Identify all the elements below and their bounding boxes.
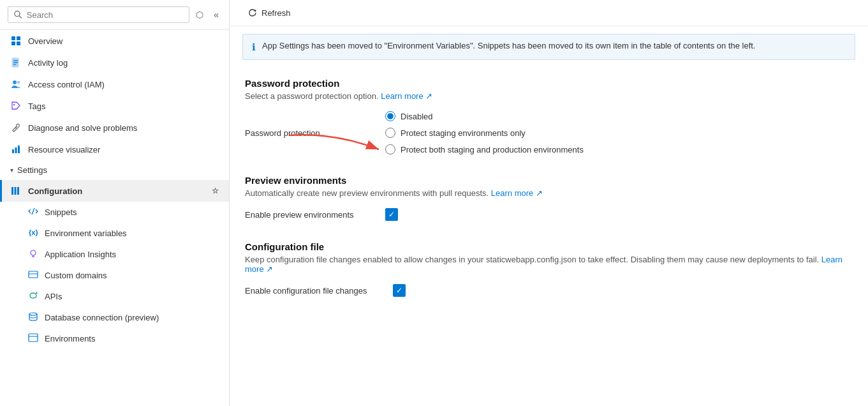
preview-env-field-label: Enable preview environments	[245, 210, 360, 220]
preview-env-checkbox[interactable]: ✓	[385, 208, 398, 221]
svg-text:{x}: {x}	[29, 229, 38, 236]
collapse-btn[interactable]: «	[211, 8, 221, 21]
db-icon	[28, 312, 38, 324]
grid-icon	[10, 35, 22, 47]
radio-staging[interactable]: Protect staging environments only	[385, 128, 584, 138]
config-file-title: Configuration file	[245, 241, 853, 252]
sidebar-item-custom-domains[interactable]: Custom domains	[0, 265, 229, 286]
sidebar-item-configuration[interactable]: ➤ Configuration ☆	[0, 180, 229, 202]
preview-env-checkbox-wrapper: ✓	[385, 208, 398, 221]
people-icon	[10, 79, 22, 90]
svg-rect-19	[17, 187, 19, 195]
env2-icon	[28, 333, 38, 345]
svg-point-0	[15, 11, 20, 16]
sidebar-item-resource-visualizer[interactable]: Resource visualizer	[0, 139, 229, 160]
search-input[interactable]	[27, 10, 184, 20]
svg-marker-31	[254, 10, 256, 12]
radio-both-input[interactable]	[385, 144, 395, 154]
sidebar-item-overview[interactable]: Overview	[0, 30, 229, 52]
password-protection-section: Password protection Select a password pr…	[245, 78, 853, 154]
radio-both-label: Protect both staging and production envi…	[401, 145, 584, 154]
svg-marker-27	[36, 292, 38, 294]
svg-point-10	[13, 80, 17, 84]
password-protection-desc-text: Select a password protection option.	[245, 91, 379, 101]
sidebar-item-snippets-label: Snippets	[45, 207, 77, 217]
config-file-section: Configuration file Keep configuration fi…	[245, 241, 853, 297]
favorite-star-icon[interactable]: ☆	[212, 186, 219, 195]
svg-rect-15	[15, 147, 17, 153]
sidebar-item-tags-label: Tags	[28, 102, 219, 111]
sidebar-item-diagnose-label: Diagnose and solve problems	[28, 123, 219, 133]
sidebar-item-database[interactable]: Database connection (preview)	[0, 307, 229, 328]
code-icon	[28, 206, 38, 218]
svg-rect-17	[11, 187, 13, 195]
preview-env-learn-more[interactable]: Learn more ↗	[491, 188, 543, 198]
config-file-checkbox[interactable]: ✓	[393, 284, 406, 297]
sidebar-item-activity-log[interactable]: Activity log	[0, 52, 229, 73]
bulb-icon	[28, 248, 38, 260]
svg-point-11	[17, 81, 20, 84]
radio-staging-label: Protect staging environments only	[401, 128, 526, 138]
config-file-desc: Keep configuration file changes enabled …	[245, 255, 853, 274]
portal-icon-btn[interactable]: ⬡	[193, 8, 206, 21]
sidebar-item-domains-label: Custom domains	[45, 271, 107, 280]
preview-env-desc: Automatically create new preview environ…	[245, 188, 853, 198]
domains-icon	[28, 269, 38, 282]
sidebar-item-snippets[interactable]: Snippets	[0, 202, 229, 223]
svg-rect-14	[12, 149, 14, 153]
config-file-field-label: Enable configuration file changes	[245, 286, 367, 296]
radio-disabled-label: Disabled	[401, 112, 433, 121]
sidebar-item-env-variables[interactable]: {x} Environment variables	[0, 223, 229, 244]
radio-both[interactable]: Protect both staging and production envi…	[385, 144, 584, 154]
sidebar-section-settings[interactable]: ▾ Settings	[0, 160, 229, 180]
svg-rect-25	[29, 271, 38, 278]
sidebar-item-database-label: Database connection (preview)	[45, 313, 159, 322]
toolbar: Refresh	[230, 0, 868, 26]
info-banner: ℹ App Settings has been moved to "Enviro…	[242, 34, 855, 60]
svg-point-22	[31, 250, 36, 255]
tag-icon	[10, 100, 22, 112]
search-box[interactable]	[8, 6, 189, 23]
svg-rect-29	[29, 334, 38, 342]
svg-rect-4	[11, 41, 15, 45]
sidebar-item-app-insights-label: Application Insights	[45, 250, 116, 259]
sidebar-item-environments[interactable]: Environments	[0, 328, 229, 349]
svg-rect-2	[11, 36, 15, 40]
radio-staging-input[interactable]	[385, 128, 395, 138]
sidebar-item-apis-label: APIs	[45, 292, 62, 301]
main-content: Refresh ℹ App Settings has been moved to…	[230, 0, 868, 406]
svg-rect-16	[18, 146, 20, 153]
sidebar-search-bar: ⬡ «	[0, 0, 229, 30]
sidebar: ⬡ « Overview	[0, 0, 230, 406]
refresh-button[interactable]: Refresh	[242, 5, 296, 20]
columns-icon	[10, 185, 22, 197]
preview-env-title: Preview environments	[245, 175, 853, 186]
password-protection-radio-group: Disabled Protect staging environments on…	[385, 111, 584, 154]
password-protection-title: Password protection	[245, 78, 853, 89]
content-area: Password protection Select a password pr…	[230, 68, 868, 327]
env-icon: {x}	[28, 227, 38, 239]
sidebar-item-overview-label: Overview	[28, 36, 219, 46]
info-icon: ℹ	[252, 41, 256, 53]
sidebar-item-configuration-label: Configuration	[28, 186, 205, 196]
sidebar-item-access-control[interactable]: Access control (IAM)	[0, 73, 229, 95]
sidebar-item-app-insights[interactable]: Application Insights	[0, 244, 229, 265]
sidebar-controls: ⬡ «	[193, 8, 221, 21]
settings-section-label: Settings	[17, 165, 47, 175]
radio-disabled[interactable]: Disabled	[385, 111, 584, 121]
password-protection-desc: Select a password protection option. Lea…	[245, 91, 853, 101]
password-protection-learn-more[interactable]: Learn more ↗	[381, 91, 432, 101]
config-file-checkbox-wrapper: ✓	[393, 284, 406, 297]
radio-disabled-input[interactable]	[385, 111, 395, 121]
sidebar-item-iam-label: Access control (IAM)	[28, 80, 219, 89]
svg-rect-5	[17, 41, 20, 45]
svg-rect-18	[15, 187, 17, 195]
sidebar-item-apis[interactable]: APIs	[0, 286, 229, 307]
radio-group-container: Disabled Protect staging environments on…	[385, 111, 584, 154]
sidebar-item-tags[interactable]: Tags	[0, 95, 229, 117]
wrench-icon	[10, 122, 22, 133]
preview-environments-section: Preview environments Automatically creat…	[245, 175, 853, 221]
loop-icon	[28, 290, 38, 303]
sidebar-item-diagnose[interactable]: Diagnose and solve problems	[0, 117, 229, 139]
search-icon	[13, 10, 23, 20]
